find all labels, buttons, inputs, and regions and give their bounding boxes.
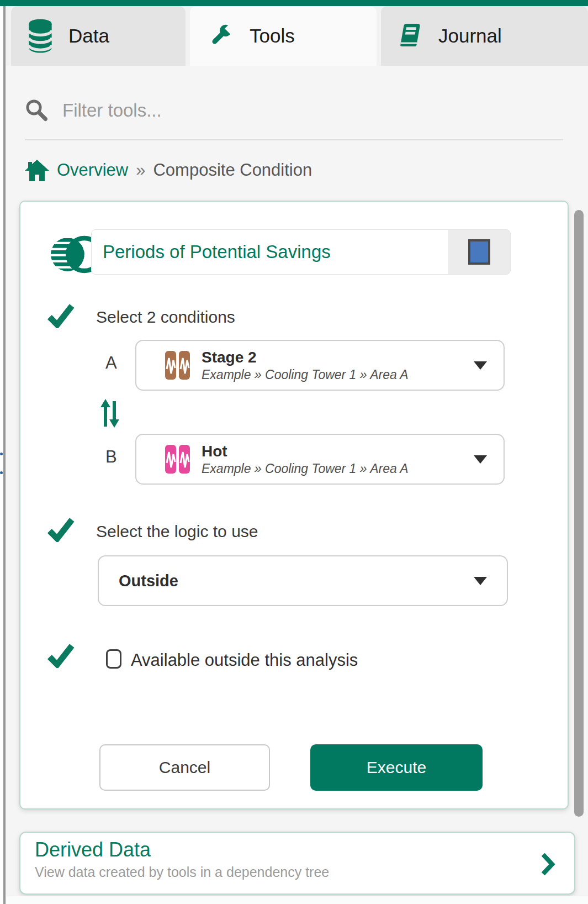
caret-down-icon	[474, 455, 487, 464]
condition-capsules-icon	[165, 444, 190, 474]
breadcrumb-current: Composite Condition	[153, 160, 312, 180]
execute-button[interactable]: Execute	[310, 744, 483, 791]
tab-journal[interactable]: Journal	[381, 6, 588, 66]
condition-b-path: Example » Cooling Tower 1 » Area A	[202, 461, 463, 476]
chevron-right-icon	[541, 853, 555, 876]
top-accent-bar	[0, 0, 588, 6]
condition-b-text: Hot Example » Cooling Tower 1 » Area A	[202, 443, 463, 476]
derived-data-title: Derived Data	[35, 837, 560, 863]
caret-down-icon	[474, 577, 487, 585]
search-icon	[25, 98, 49, 123]
logic-select[interactable]: Outside	[98, 555, 508, 606]
bottom-strip	[6, 896, 588, 904]
cancel-button[interactable]: Cancel	[99, 744, 270, 791]
derived-data-subtitle: View data created by tools in a dependen…	[35, 864, 560, 880]
tab-bar: Data Tools Journal	[6, 6, 588, 66]
tab-tools-label: Tools	[250, 25, 295, 47]
grip-dot	[0, 453, 3, 455]
condition-name-input[interactable]	[92, 230, 448, 274]
step-logic-label: Select the logic to use	[96, 522, 258, 541]
swap-conditions-icon[interactable]	[99, 399, 121, 428]
available-outside-checkbox[interactable]	[106, 649, 121, 669]
tab-data[interactable]: Data	[11, 6, 186, 66]
tab-tools[interactable]: Tools	[190, 6, 377, 66]
available-outside-label: Available outside this analysis	[131, 650, 358, 670]
divider	[25, 139, 563, 140]
check-icon	[47, 644, 75, 668]
panel-resize-handle[interactable]	[0, 6, 6, 904]
journal-icon	[398, 22, 423, 50]
condition-b-slot-label: B	[105, 447, 117, 467]
scrollbar-thumb[interactable]	[574, 210, 584, 817]
breadcrumb-separator: »	[136, 160, 145, 180]
caret-down-icon	[474, 361, 487, 370]
condition-capsules-icon	[165, 350, 190, 380]
database-icon	[28, 18, 53, 54]
logic-selected-value: Outside	[119, 572, 178, 590]
home-icon[interactable]	[25, 159, 49, 182]
check-icon	[47, 304, 75, 328]
check-icon	[47, 518, 75, 542]
filter-tools-row	[25, 93, 555, 128]
condition-a-path: Example » Cooling Tower 1 » Area A	[202, 367, 463, 382]
condition-a-name: Stage 2	[202, 349, 463, 366]
breadcrumb-overview-link[interactable]: Overview	[57, 160, 128, 180]
color-picker-area	[448, 230, 510, 274]
tab-data-label: Data	[68, 25, 109, 47]
condition-a-slot-label: A	[105, 353, 117, 373]
filter-tools-input[interactable]	[61, 99, 555, 122]
condition-name-group	[91, 229, 511, 275]
composite-condition-card: Select 2 conditions A Stage 2 Example » …	[19, 201, 569, 810]
step-conditions-label: Select 2 conditions	[96, 308, 235, 327]
condition-b-name: Hot	[202, 443, 463, 460]
tab-journal-label: Journal	[438, 25, 502, 47]
condition-b-select[interactable]: Hot Example » Cooling Tower 1 » Area A	[135, 434, 505, 485]
condition-a-text: Stage 2 Example » Cooling Tower 1 » Area…	[202, 349, 463, 382]
derived-data-card[interactable]: Derived Data View data created by tools …	[19, 832, 575, 895]
grip-dot	[0, 471, 3, 474]
condition-a-select[interactable]: Stage 2 Example » Cooling Tower 1 » Area…	[135, 340, 505, 391]
wrench-icon	[206, 22, 234, 50]
color-swatch[interactable]	[468, 239, 490, 265]
breadcrumb: Overview » Composite Condition	[25, 156, 312, 185]
